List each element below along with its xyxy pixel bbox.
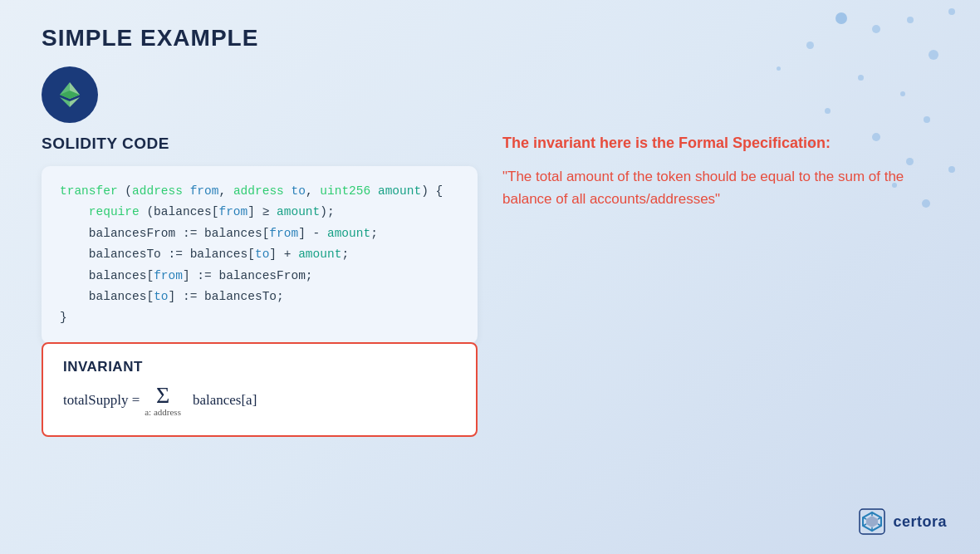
formula-right: balances[a] [193, 392, 257, 409]
svg-marker-7 [866, 516, 878, 527]
code-line-1: transfer (address from, address to, uint… [60, 181, 459, 202]
code-block: transfer (address from, address to, uint… [42, 166, 478, 344]
code-line-7: } [60, 307, 459, 328]
invariant-header: The invariant here is the Formal Specifi… [502, 133, 938, 154]
svg-marker-3 [60, 97, 70, 107]
ethereum-logo [42, 66, 98, 123]
certora-logo: certora [858, 507, 947, 536]
sigma-symbol: Σ [156, 384, 169, 407]
sigma-container: Σ a: address [145, 384, 181, 417]
solidity-label: SOLIDITY CODE [42, 135, 478, 153]
code-line-6: balances[to] := balancesTo; [60, 287, 459, 307]
code-line-3: balancesFrom := balances[from] - amount; [60, 223, 459, 244]
invariant-formula: totalSupply = Σ a: address balances[a] [63, 384, 456, 417]
right-panel: The invariant here is the Formal Specifi… [502, 66, 938, 211]
invariant-description: "The total amount of the token should be… [502, 165, 938, 210]
sigma-subscript: a: address [145, 407, 181, 417]
keyword-transfer: transfer [60, 184, 118, 198]
certora-icon [858, 507, 886, 536]
code-line-5: balances[from] := balancesFrom; [60, 266, 459, 287]
invariant-box: INVARIANT totalSupply = Σ a: address bal… [42, 342, 478, 437]
svg-marker-2 [70, 97, 80, 107]
code-line-4: balancesTo := balances[to] + amount; [60, 244, 459, 265]
page-title: SIMPLE EXAMPLE [42, 25, 938, 51]
content-area: SOLIDITY CODE transfer (address from, ad… [42, 66, 938, 437]
ethereum-icon [54, 79, 86, 110]
main-container: SIMPLE EXAMPLE SOLIDITY CODE transfer (a… [0, 0, 980, 462]
left-panel: SOLIDITY CODE transfer (address from, ad… [42, 66, 478, 437]
formula-left: totalSupply = [63, 392, 140, 409]
certora-label: certora [893, 513, 947, 531]
invariant-title: INVARIANT [63, 359, 456, 375]
code-line-2: require (balances[from] ≥ amount); [60, 202, 459, 223]
